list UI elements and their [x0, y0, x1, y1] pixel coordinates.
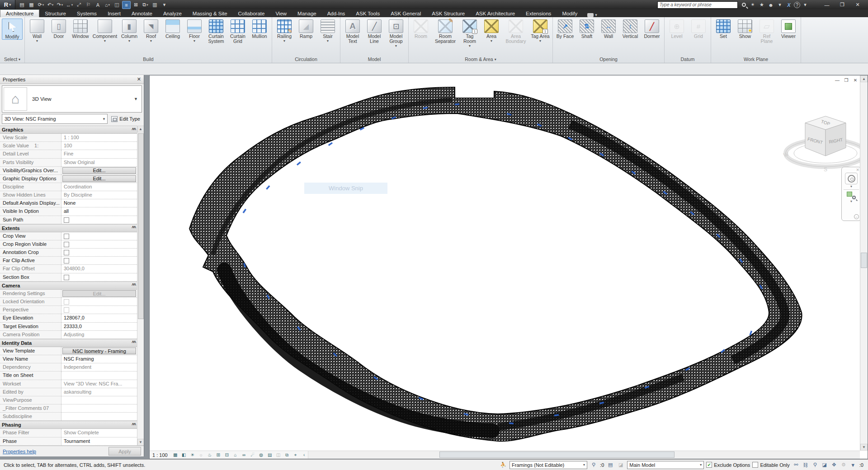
- dropdown-caret-icon[interactable]: ▾: [71, 3, 73, 7]
- collapse-chevron-icon[interactable]: ^^: [132, 423, 135, 428]
- properties-close-icon[interactable]: ✕: [137, 76, 141, 82]
- ceiling-button[interactable]: Ceiling: [162, 19, 183, 39]
- set-button[interactable]: Set: [713, 19, 734, 39]
- worksharing-display-icon[interactable]: ◍: [258, 452, 265, 458]
- modify-button[interactable]: Modify: [2, 19, 23, 40]
- select-pinned-elements-icon[interactable]: ⚲: [811, 461, 819, 469]
- background-processes-icon[interactable]: ⚙: [840, 461, 848, 469]
- property-row[interactable]: Show Hidden LinesBy Discipline: [0, 191, 137, 199]
- collapse-chevron-icon[interactable]: ^^: [132, 226, 135, 230]
- scroll-down-icon[interactable]: ▼: [860, 444, 868, 451]
- property-value[interactable]: [61, 273, 137, 281]
- dropdown-caret-icon[interactable]: ▼: [468, 44, 472, 47]
- curtain-system-button[interactable]: Curtain System: [206, 19, 226, 44]
- ramp-button[interactable]: ◢Ramp: [296, 19, 316, 39]
- tab-extensions[interactable]: Extensions: [520, 9, 557, 17]
- filter-icon[interactable]: ▼: [849, 461, 857, 469]
- property-value[interactable]: Show Complete: [61, 429, 137, 437]
- property-row[interactable]: Perspective: [0, 306, 137, 314]
- pan-icon[interactable]: –: [854, 214, 859, 219]
- tag-by-category-icon[interactable]: ⚐: [84, 1, 93, 9]
- detail-level-icon[interactable]: ◧: [180, 452, 188, 458]
- customize-qat-icon[interactable]: ▾: [160, 1, 169, 9]
- property-row[interactable]: Graphic Display OptionsEdit...: [0, 175, 137, 183]
- vertical-scroll-thumb[interactable]: [861, 253, 867, 268]
- type-selector-caret-icon[interactable]: ▼: [134, 97, 138, 101]
- property-row[interactable]: View NameNSC Framing: [0, 355, 137, 363]
- vertical-scrollbar[interactable]: ▲ ▼: [860, 75, 868, 451]
- property-row[interactable]: Annotation Crop: [0, 249, 137, 257]
- property-value[interactable]: Adjusting: [61, 331, 137, 338]
- stadium-framing-model[interactable]: [150, 75, 868, 459]
- switch-windows-icon[interactable]: ⧉▾: [141, 1, 150, 9]
- floor-button[interactable]: Floor▼: [184, 19, 205, 42]
- show-button[interactable]: Show: [735, 19, 755, 39]
- properties-help-link[interactable]: Properties help: [3, 449, 36, 454]
- dropdown-caret-icon[interactable]: ▼: [490, 39, 493, 42]
- dropdown-caret-icon[interactable]: ▾: [42, 3, 44, 7]
- shadows-icon[interactable]: ☼: [198, 452, 205, 458]
- text-icon[interactable]: A: [94, 1, 102, 9]
- tab-modify[interactable]: Modify: [557, 9, 583, 17]
- property-row[interactable]: Parts VisibilityShow Original: [0, 159, 137, 167]
- favorites-icon[interactable]: ★: [758, 2, 766, 8]
- tab-ask-structure[interactable]: ASK Structure: [426, 9, 470, 17]
- tab-insert[interactable]: Insert: [102, 9, 126, 17]
- tab-systems[interactable]: Systems: [71, 9, 102, 17]
- property-edit-button[interactable]: Edit...: [62, 175, 136, 182]
- editable-only-checkbox[interactable]: Editable Only: [752, 462, 789, 468]
- property-checkbox[interactable]: [64, 242, 69, 247]
- property-value[interactable]: Tournament: [61, 437, 137, 445]
- property-row[interactable]: Locked Orientation: [0, 298, 137, 306]
- ribbon-display-toggle[interactable]: ▾: [587, 13, 597, 17]
- property-value[interactable]: NSC Framing: [61, 355, 137, 363]
- properties-scroll-thumb[interactable]: [138, 133, 144, 319]
- property-row[interactable]: Rendering SettingsEdit...: [0, 290, 137, 298]
- default-3d-view-icon[interactable]: ⌂▾: [103, 1, 112, 9]
- select-links-icon[interactable]: ⚯: [792, 461, 800, 469]
- scroll-up-icon[interactable]: ▲: [137, 126, 144, 132]
- edit-type-button[interactable]: Edit Type: [109, 114, 142, 124]
- property-row[interactable]: Crop View: [0, 232, 137, 240]
- property-value[interactable]: [61, 371, 137, 379]
- tab-analyze[interactable]: Analyze: [158, 9, 187, 17]
- panel-label[interactable]: Work Plane: [711, 56, 801, 63]
- section-extents[interactable]: Extents^^: [0, 224, 137, 232]
- property-value[interactable]: Show Original: [61, 159, 137, 166]
- drag-elements-on-selection-icon[interactable]: ✥: [830, 461, 838, 469]
- select-elements-by-face-icon[interactable]: ◪: [821, 461, 829, 469]
- panel-label[interactable]: Circulation: [272, 56, 340, 63]
- select-underlay-elements-icon[interactable]: ⛓: [802, 461, 810, 469]
- save-icon[interactable]: ▦: [27, 1, 36, 9]
- property-row[interactable]: DependencyIndependent: [0, 363, 137, 371]
- zoom-button[interactable]: [847, 191, 856, 199]
- lock-3d-view-icon[interactable]: ⌖: [292, 452, 299, 458]
- property-value[interactable]: 304800,0: [61, 265, 137, 273]
- show-crop-region-icon[interactable]: ⊟: [223, 452, 231, 458]
- property-row[interactable]: Visible In Optionall: [0, 207, 137, 216]
- wall-button[interactable]: Wall: [598, 19, 619, 39]
- collapse-chevron-icon[interactable]: ^^: [132, 127, 135, 132]
- property-row[interactable]: Edited byaskansulting: [0, 388, 137, 396]
- subscription-center-icon[interactable]: ✴: [749, 2, 757, 8]
- property-checkbox[interactable]: [64, 258, 69, 263]
- tab-ask-architecture[interactable]: ASK Architecture: [470, 9, 520, 17]
- shaft-button[interactable]: Shaft: [576, 19, 597, 39]
- help-icon[interactable]: ?: [794, 2, 800, 8]
- property-value[interactable]: [61, 240, 137, 248]
- tab-massing-site[interactable]: Massing & Site: [187, 9, 233, 17]
- model-text-button[interactable]: AModel Text: [342, 19, 363, 44]
- property-edit-button[interactable]: Edit...: [62, 167, 136, 174]
- property-value[interactable]: askansulting: [61, 388, 137, 396]
- property-row[interactable]: Title on Sheet: [0, 371, 137, 380]
- property-value[interactable]: 1 : 100: [61, 134, 137, 141]
- dormer-button[interactable]: Dormer: [642, 19, 662, 39]
- crop-view-icon[interactable]: ⊞: [215, 452, 222, 458]
- section-icon[interactable]: ◫: [113, 1, 121, 9]
- scroll-down-icon[interactable]: ▼: [137, 439, 144, 446]
- redo-icon[interactable]: ↷▾: [56, 1, 64, 9]
- open-icon[interactable]: ▤: [18, 1, 26, 9]
- properties-scrollbar[interactable]: ▲ ▼: [137, 126, 144, 446]
- displacement-sets-icon[interactable]: ⧉: [283, 452, 291, 458]
- close-hidden-windows-icon[interactable]: ⊠: [132, 1, 140, 9]
